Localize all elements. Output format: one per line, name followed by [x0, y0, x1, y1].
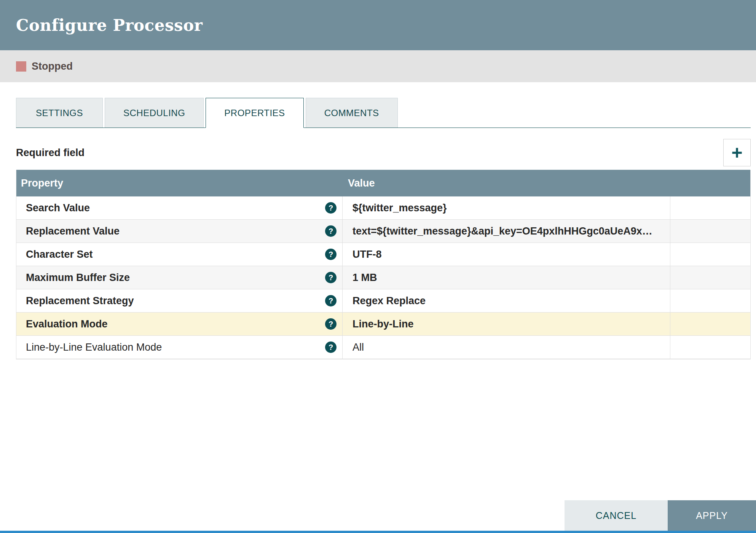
table-row: Maximum Buffer Size ? 1 MB — [16, 266, 750, 289]
property-label: Replacement Value — [26, 225, 120, 237]
actions-cell — [670, 313, 750, 335]
actions-cell — [670, 289, 750, 312]
property-cell: Maximum Buffer Size ? — [16, 266, 343, 289]
property-cell: Replacement Strategy ? — [16, 289, 343, 312]
apply-button[interactable]: APPLY — [668, 500, 756, 531]
column-header-property: Property — [16, 177, 343, 189]
column-header-value: Value — [343, 177, 750, 189]
help-icon[interactable]: ? — [325, 225, 337, 237]
status-bar: Stopped — [0, 50, 756, 82]
table-row: Line-by-Line Evaluation Mode ? All — [16, 336, 750, 359]
help-icon[interactable]: ? — [325, 249, 337, 260]
tab-bar: SETTINGS SCHEDULING PROPERTIES COMMENTS — [16, 98, 751, 128]
tab-settings[interactable]: SETTINGS — [16, 98, 103, 128]
property-label: Replacement Strategy — [26, 295, 134, 307]
value-text: text=${twitter_message}&api_key=OE4pxlhH… — [352, 225, 652, 237]
properties-table: Property Value Search Value ? ${twitter_… — [16, 170, 751, 359]
table-row-selected: Evaluation Mode ? Line-by-Line — [16, 313, 750, 336]
dialog-footer: CANCEL APPLY — [565, 500, 756, 531]
property-label: Line-by-Line Evaluation Mode — [26, 342, 162, 353]
status-label: Stopped — [32, 61, 73, 72]
value-text: ${twitter_message} — [352, 202, 447, 214]
required-field-label: Required field — [16, 147, 85, 159]
value-text: 1 MB — [352, 272, 377, 284]
property-cell: Evaluation Mode ? — [16, 313, 343, 335]
property-label: Evaluation Mode — [26, 318, 108, 330]
bottom-accent-strip — [0, 531, 756, 533]
property-cell: Replacement Value ? — [16, 220, 343, 243]
add-property-button[interactable]: + — [723, 139, 751, 166]
tab-scheduling[interactable]: SCHEDULING — [105, 98, 204, 128]
value-cell[interactable]: UTF-8 — [343, 243, 670, 266]
value-text: All — [352, 342, 364, 353]
dialog-header: Configure Processor — [0, 0, 756, 50]
table-row: Search Value ? ${twitter_message} — [16, 196, 750, 220]
help-icon[interactable]: ? — [325, 342, 337, 353]
help-icon[interactable]: ? — [325, 272, 337, 283]
value-cell[interactable]: All — [343, 336, 670, 359]
value-cell[interactable]: ${twitter_message} — [343, 196, 670, 219]
property-cell: Line-by-Line Evaluation Mode ? — [16, 336, 343, 359]
value-cell[interactable]: Line-by-Line — [343, 313, 670, 335]
help-icon[interactable]: ? — [325, 318, 337, 330]
value-text: Line-by-Line — [352, 318, 414, 330]
property-cell: Search Value ? — [16, 196, 343, 219]
value-text: Regex Replace — [352, 295, 426, 307]
actions-cell — [670, 196, 750, 219]
table-row: Replacement Value ? text=${twitter_messa… — [16, 220, 750, 243]
cancel-button[interactable]: CANCEL — [565, 500, 668, 531]
table-row: Character Set ? UTF-8 — [16, 243, 750, 266]
help-icon[interactable]: ? — [325, 295, 337, 306]
value-text: UTF-8 — [352, 249, 382, 260]
stopped-icon — [16, 61, 26, 72]
property-label: Maximum Buffer Size — [26, 272, 130, 284]
property-label: Character Set — [26, 249, 93, 260]
actions-cell — [670, 266, 750, 289]
properties-toolbar: Required field + — [16, 139, 751, 166]
property-cell: Character Set ? — [16, 243, 343, 266]
tab-comments[interactable]: COMMENTS — [306, 98, 398, 128]
tab-properties[interactable]: PROPERTIES — [206, 98, 303, 128]
dialog-title: Configure Processor — [16, 16, 203, 35]
table-row: Replacement Strategy ? Regex Replace — [16, 289, 750, 313]
table-header-row: Property Value — [16, 170, 750, 196]
actions-cell — [670, 243, 750, 266]
actions-cell — [670, 220, 750, 243]
property-label: Search Value — [26, 202, 90, 214]
value-cell[interactable]: Regex Replace — [343, 289, 670, 312]
actions-cell — [670, 336, 750, 359]
value-cell[interactable]: text=${twitter_message}&api_key=OE4pxlhH… — [343, 220, 670, 243]
help-icon[interactable]: ? — [325, 202, 337, 214]
value-cell[interactable]: 1 MB — [343, 266, 670, 289]
